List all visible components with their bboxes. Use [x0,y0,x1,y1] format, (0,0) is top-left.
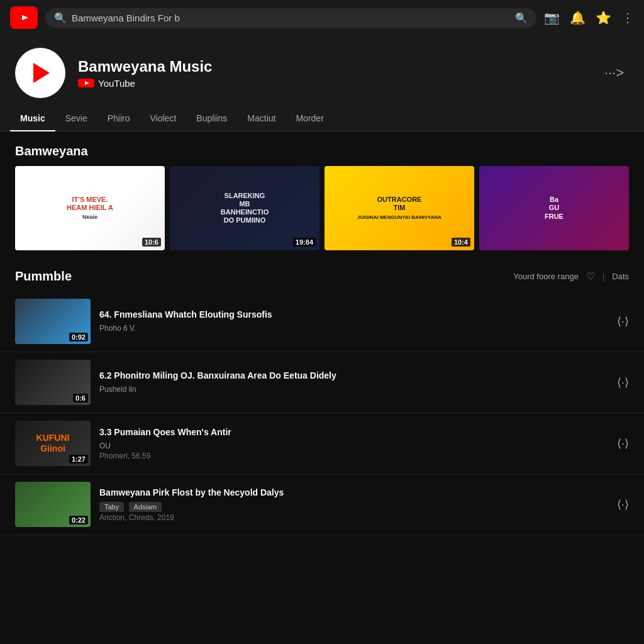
star-icon[interactable]: ⭐ [596,10,611,25]
yt-badge [78,79,94,87]
thumb1-label: IT'S MEVE.HEAM HIEIL ANeaie [64,193,116,223]
channel-header: Bamweyana Music YouTube ···> [0,35,644,106]
channel-name: Bamweyana Music [78,58,587,75]
list-title-1: 64. Fnmesliana Whatch Elouting Sursofis [99,309,608,321]
playlist-item-4[interactable]: 0:22 Bamweyana Pirk Flost by the Necyold… [0,474,644,535]
top-navigation: 🔍 🔍 📷 🔔 ⭐ ⋮ [0,0,644,35]
divider: | [602,272,604,281]
playlist-range-label: Yourd foore range [513,272,579,281]
channel-source: YouTube [78,78,587,89]
list-info-1: 64. Fnmesliana Whatch Elouting Sursofis … [99,309,608,334]
playlist-item-2[interactable]: 0:6 6.2 Phonitro Miling OJ. Banxuirana A… [0,352,644,413]
playlist-thumb-4: 0:22 [15,482,91,527]
list-tags-4: Taby Adsiam [99,502,608,512]
thumb2-duration: 19:84 [293,238,316,247]
tag-taby: Taby [99,502,124,512]
youtube-logo[interactable] [10,6,38,29]
playlist-thumb-2: 0:6 [15,360,91,405]
thumb2-label: SLAREKINGMBBANHEINCTIODO PUMIINO [218,189,271,228]
playlist-header: Pummble Yourd foore range ♡ | Dats [0,263,644,291]
playlist-item-3[interactable]: KUFUNIGiinoi 1:27 3.3 Pumaian Qoes When'… [0,413,644,474]
list-info-3: 3.3 Pumaian Qoes When's Antir OU Phomerl… [99,426,608,460]
thumb3-duration: 10:4 [452,238,470,247]
channel-more-button[interactable]: ···> [599,62,629,84]
list-sub-2: Pusheld lin [99,385,608,394]
list-duration-4: 0:22 [69,516,88,525]
featured-video-2[interactable]: SLAREKINGMBBANHEINCTIODO PUMIINO 19:84 [170,166,319,250]
thumb3-label: OUTRACORETIMJUISINAI MENGUNYAI BAMIVYANA [355,193,444,223]
playlist-thumb-1: 0:92 [15,299,91,344]
featured-video-3[interactable]: OUTRACORETIMJUISINAI MENGUNYAI BAMIVYANA… [325,166,474,250]
tab-sevie[interactable]: Sevie [55,106,97,131]
list-meta-3: Phomerl, 56.59 [99,452,608,460]
search-icon-left: 🔍 [54,12,67,24]
list-sub-3: OU [99,441,608,450]
featured-video-4[interactable]: BaGUFRUE [479,166,629,250]
list-duration-3: 1:27 [69,455,88,464]
featured-video-1[interactable]: IT'S MEVE.HEAM HIEIL ANeaie 10:6 [15,166,165,250]
tab-violect[interactable]: Violect [140,106,187,131]
featured-section: Bamweyana IT'S MEVE.HEAM HIEIL ANeaie 10… [0,131,644,263]
list-action-2[interactable]: ⟨·⟩ [617,375,629,389]
list-meta-4: Anction, Chreds, 2019 [99,513,608,522]
list-title-2: 6.2 Phonitro Miling OJ. Banxuirana Area … [99,370,608,382]
search-bar[interactable]: 🔍 🔍 [45,8,536,28]
search-input[interactable] [72,13,510,23]
nav-icons: 📷 🔔 ⭐ ⋮ [544,10,634,25]
search-icon-right: 🔍 [515,12,528,24]
list-title-3: 3.3 Pumaian Qoes When's Antir [99,426,608,439]
heart-icon[interactable]: ♡ [586,270,595,282]
playlist-thumb-3: KUFUNIGiinoi 1:27 [15,421,91,466]
tab-morder[interactable]: Morder [286,106,333,131]
featured-section-title: Bamweyana [0,131,644,166]
playlist-title: Pummble [15,269,72,284]
thumb1-duration: 10:6 [142,238,161,247]
playlist-item-1[interactable]: 0:92 64. Fnmesliana Whatch Elouting Surs… [0,291,644,352]
list-action-1[interactable]: ⟨·⟩ [617,314,629,328]
lt3-text: KUFUNIGiinoi [36,433,70,454]
channel-source-label: YouTube [98,78,135,89]
channel-info: Bamweyana Music YouTube [78,58,587,89]
playlist-actions: Yourd foore range ♡ | Dats [513,270,629,282]
channel-logo [15,48,65,98]
list-action-4[interactable]: ⟨·⟩ [617,497,629,511]
dats-label[interactable]: Dats [612,272,629,281]
list-info-2: 6.2 Phonitro Miling OJ. Banxuirana Area … [99,370,608,395]
more-icon[interactable]: ⋮ [621,10,634,25]
thumbnails-row: IT'S MEVE.HEAM HIEIL ANeaie 10:6 SLAREKI… [0,166,644,263]
list-info-4: Bamweyana Pirk Flost by the Necyold Daly… [99,487,608,522]
list-duration-2: 0:6 [73,394,88,402]
tab-music[interactable]: Music [10,106,55,131]
list-sub-1: Phoho 6 V. [99,324,608,333]
tab-bupliins[interactable]: Bupliins [186,106,237,131]
tag-adsiam: Adsiam [129,502,162,512]
thumb4-label: BaGUFRUE [542,193,566,223]
list-duration-1: 0:92 [69,333,88,341]
list-action-3[interactable]: ⟨·⟩ [617,436,629,450]
playlist-section: Pummble Yourd foore range ♡ | Dats 0:92 … [0,263,644,535]
tab-mactiut[interactable]: Mactiut [237,106,286,131]
tab-phiiro[interactable]: Phiiro [97,106,140,131]
bell-icon[interactable]: 🔔 [570,10,586,25]
camera-icon[interactable]: 📷 [544,10,560,25]
channel-tabs: Music Sevie Phiiro Violect Bupliins Mact… [0,106,644,131]
list-title-4: Bamweyana Pirk Flost by the Necyold Daly… [99,487,608,499]
